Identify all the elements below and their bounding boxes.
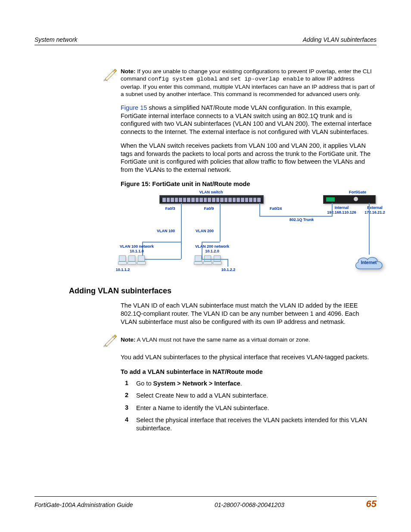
label-vlan200-net: VLAN 200 network 10.1.2.0	[192, 244, 233, 253]
label-vlan100-net: VLAN 100 network 10.1.1.0	[116, 244, 157, 253]
footer-mid: 01-28007-0068-20041203	[215, 501, 284, 508]
label-vlan100: VLAN 100	[153, 229, 179, 233]
diagram-line	[259, 216, 333, 217]
header-left: System network	[34, 36, 78, 43]
step-1: 1 Go to System > Network > Interface.	[112, 380, 377, 388]
label-fortigate: FortiGate	[345, 190, 371, 194]
computer-icon	[128, 255, 135, 265]
label-vlan200: VLAN 200	[192, 229, 218, 233]
computer-icon	[203, 255, 211, 265]
header-right: Adding VLAN subinterfaces	[303, 36, 377, 43]
note-2: Note: A VLAN must not have the same name…	[99, 333, 377, 347]
paragraph-2: When the VLAN switch receives packets fr…	[121, 142, 377, 174]
paragraph-1: Figure 15 shows a simplified NAT/Route m…	[121, 104, 377, 136]
section-intro: The VLAN ID of each VLAN subinterface mu…	[121, 302, 377, 326]
computer-icon	[194, 255, 202, 265]
computer-icon	[213, 255, 221, 265]
footer: FortiGate-100A Administration Guide 01-2…	[34, 496, 377, 510]
note-1-text: Note: If you are unable to change your e…	[121, 68, 377, 98]
label-fa09: Fa0/9	[200, 206, 218, 211]
label-fa03: Fa0/3	[162, 206, 179, 211]
step-number: 4	[112, 416, 136, 432]
step-number: 3	[112, 404, 136, 412]
step-number: 2	[112, 392, 136, 400]
step-3: 3 Enter a Name to identify the VLAN subi…	[112, 404, 377, 412]
step-body: Go to System > Network > Interface.	[136, 380, 377, 388]
diagram-line	[142, 242, 181, 243]
label-internet: Internet	[357, 260, 381, 265]
diagram-line	[369, 203, 370, 255]
procedure-title: To add a VLAN subinterface in NAT/Route …	[121, 368, 377, 375]
diagram-line	[181, 203, 182, 259]
computer-icon	[118, 255, 126, 265]
diagram-line	[227, 259, 228, 267]
paragraph-3: You add VLAN subinterfaces to the physic…	[121, 353, 377, 361]
page: { "header": { "left": "System network", …	[0, 0, 411, 532]
step-2: 2 Select Create New to add a VLAN subint…	[112, 392, 377, 400]
running-header: System network Adding VLAN subinterfaces	[34, 36, 377, 45]
note-2-text: Note: A VLAN must not have the same name…	[121, 333, 310, 343]
diagram-line	[145, 259, 181, 260]
step-body: Select the physical interface that recei…	[136, 416, 377, 432]
note-icon	[99, 68, 121, 81]
label-host2: 10.1.2.2	[218, 268, 239, 272]
figure-caption: Figure 15: FortiGate unit in Nat/Route m…	[121, 180, 377, 187]
note-icon	[99, 333, 121, 347]
label-trunk: 802.1Q Trunk	[284, 218, 319, 222]
footer-left: FortiGate-100A Administration Guide	[34, 501, 133, 508]
page-number: 65	[366, 498, 377, 510]
step-body: Select Create New to add a VLAN subinter…	[136, 392, 377, 400]
diagram-line	[202, 259, 227, 260]
label-fa024: Fa0/24	[267, 206, 284, 211]
diagram-line	[259, 203, 260, 216]
figure-link[interactable]: Figure 15	[121, 104, 147, 111]
step-4: 4 Select the physical interface that rec…	[112, 416, 377, 432]
step-body: Enter a Name to identify the VLAN subint…	[136, 404, 377, 412]
cli-code-1: config system global	[148, 76, 218, 82]
label-internal: Internal 192.168.110.126	[322, 205, 361, 215]
diagram-line	[220, 203, 221, 242]
vlan-switch-icon	[159, 195, 264, 204]
fortigate-icon	[323, 195, 376, 204]
procedure-steps: 1 Go to System > Network > Interface. 2 …	[112, 380, 377, 432]
label-external: External 172.16.21.2	[360, 205, 390, 215]
pc-group-2	[194, 255, 221, 265]
content: Note: If you are unable to change your e…	[34, 45, 377, 432]
label-vlan-switch: VLAN switch	[194, 190, 228, 194]
note-1: Note: If you are unable to change your e…	[99, 68, 377, 98]
note-label: Note:	[121, 68, 136, 75]
step-number: 1	[112, 380, 136, 388]
cli-code-2: set ip-overlap enable	[230, 76, 304, 82]
computer-icon	[137, 255, 145, 265]
note-label: Note:	[121, 336, 136, 343]
diagram-line	[332, 203, 333, 216]
diagram-line	[202, 242, 220, 243]
section-heading: Adding VLAN subinterfaces	[69, 286, 377, 296]
figure-15: VLAN switch FortiGate Fa0/3 Fa0/9 Fa0/24…	[121, 190, 377, 276]
pc-group-1	[118, 255, 145, 265]
label-host1: 10.1.1.2	[112, 268, 134, 272]
